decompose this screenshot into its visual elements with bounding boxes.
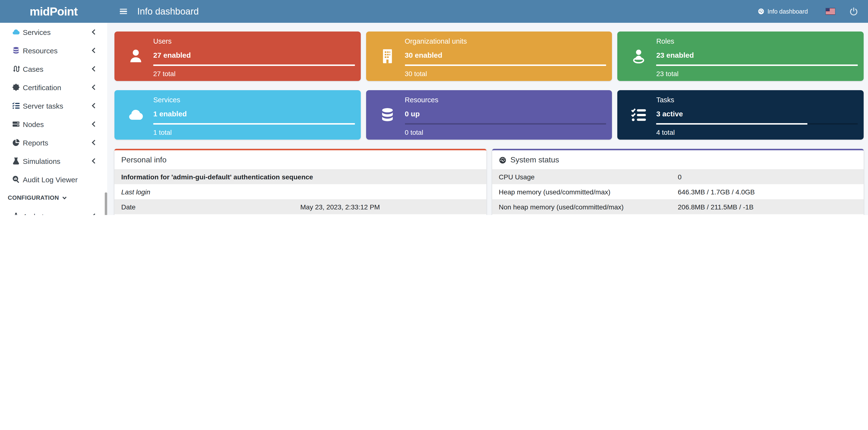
sidebar-scrollbar[interactable] — [105, 192, 107, 215]
statbox-primary-value: 23 enabled — [656, 51, 858, 59]
chevron-left-icon — [92, 121, 97, 127]
chevron-left-icon — [92, 158, 97, 164]
us-flag[interactable] — [826, 8, 835, 14]
sidebar-item-reports[interactable]: Reports — [0, 134, 101, 151]
statbox-progress — [153, 64, 355, 66]
row-label: Non heap memory (used/committed/max) — [492, 203, 678, 211]
statbox-secondary-value: 27 total — [153, 70, 355, 78]
statbox-users[interactable]: Users 27 enabled 27 total — [115, 32, 361, 81]
chevron-down-icon — [62, 195, 66, 199]
system-status-table: CPU Usage 0 Heap memory (used/committed/… — [492, 169, 864, 215]
shuffle-icon — [12, 65, 20, 73]
statbox-resources[interactable]: Resources 0 up 0 total — [366, 90, 612, 140]
breadcrumb[interactable]: Info dashboard — [758, 8, 808, 15]
sidebar-item-cases[interactable]: Cases — [0, 61, 101, 77]
row-label: Date — [115, 203, 301, 211]
app-logo[interactable]: midPoint — [0, 5, 107, 18]
personal-info-row: Last login — [115, 184, 486, 199]
statbox-services[interactable]: Services 1 enabled 1 total — [115, 90, 361, 140]
system-status-row: Non heap memory (used/committed/max) 206… — [492, 199, 864, 214]
row-label: Information for 'admin-gui-default' auth… — [115, 173, 313, 181]
statbox-secondary-value: 0 total — [405, 128, 606, 136]
row-label: Last login — [115, 188, 301, 195]
system-status-row: CPU Usage 0 — [492, 169, 864, 184]
system-status-panel: System status CPU Usage 0 Heap memory (u… — [492, 149, 864, 215]
personal-info-row: Information for 'admin-gui-default' auth… — [115, 169, 486, 184]
statbox-title: Organizational units — [405, 37, 606, 45]
chevron-left-icon — [92, 103, 97, 109]
personal-info-title: Personal info — [121, 156, 166, 164]
system-status-row: Threads (live/peak/total) 48 / 48 / 326 — [492, 214, 864, 215]
sidebar-item-archetypes[interactable]: Archetypes — [0, 208, 101, 215]
row-label: Heap memory (used/committed/max) — [492, 188, 678, 195]
personal-info-table: Information for 'admin-gui-default' auth… — [115, 169, 486, 215]
sidebar-item-certification[interactable]: Certification — [0, 79, 101, 95]
stat-boxes: Users 27 enabled 27 total Organizational… — [115, 32, 864, 140]
row-value: May 23, 2023, 2:33:12 PM — [301, 203, 486, 211]
system-status-row: Heap memory (used/committed/max) 646.3MB… — [492, 184, 864, 199]
hamburger-icon[interactable] — [120, 7, 127, 16]
personal-info-panel: Personal info Information for 'admin-gui… — [115, 149, 486, 215]
chevron-left-icon — [92, 214, 97, 215]
midpoint-app: midPoint Info dashboard Info dashboard S… — [0, 0, 868, 215]
statbox-progress — [656, 64, 858, 66]
pie-chart-icon — [12, 139, 20, 146]
top-navbar: midPoint Info dashboard Info dashboard — [0, 0, 868, 23]
sidebar-item-simulations[interactable]: Simulations — [0, 153, 101, 169]
sidebar-section-configuration[interactable]: CONFIGURATION — [0, 189, 107, 206]
row-value: 206.8MB / 211.5MB / -1B — [678, 203, 864, 211]
task-list-icon — [12, 102, 20, 110]
statbox-title: Tasks — [656, 96, 858, 104]
statbox-secondary-value: 30 total — [405, 70, 606, 78]
power-icon[interactable] — [849, 7, 858, 16]
flask-icon — [12, 157, 20, 165]
row-value: 0 — [678, 173, 864, 181]
statbox-tasks[interactable]: Tasks 3 active 4 total — [618, 90, 864, 140]
role-icon — [631, 49, 647, 64]
personal-info-row: From 0:0:0:0:0:0:0:1 — [115, 214, 486, 215]
seal-icon — [12, 83, 20, 91]
statbox-primary-value: 3 active — [656, 110, 858, 118]
statbox-title: Users — [153, 37, 355, 45]
tachometer-icon — [499, 156, 506, 164]
statbox-primary-value: 27 enabled — [153, 51, 355, 59]
database-icon — [12, 47, 20, 54]
sidebar: Services Resources Cases Certification S… — [0, 23, 107, 215]
personal-info-row: Date May 23, 2023, 2:33:12 PM — [115, 199, 486, 214]
sidebar-item-services[interactable]: Services — [0, 24, 101, 40]
statbox-secondary-value: 23 total — [656, 70, 858, 78]
statbox-title: Resources — [405, 96, 606, 104]
row-label: CPU Usage — [492, 173, 678, 181]
statbox-progress — [153, 123, 355, 125]
page-title: Info dashboard — [137, 6, 199, 17]
row-value: 646.3MB / 1.7GB / 4.0GB — [678, 188, 864, 195]
tachometer-icon — [758, 8, 764, 14]
chevron-left-icon — [92, 29, 97, 35]
statbox-secondary-value: 1 total — [153, 128, 355, 136]
sidebar-item-nodes[interactable]: Nodes — [0, 116, 101, 132]
statbox-progress — [405, 64, 606, 66]
server-icon — [12, 120, 20, 128]
chevron-left-icon — [92, 66, 97, 72]
sidebar-item-server-tasks[interactable]: Server tasks — [0, 97, 101, 114]
sidebar-item-audit-log-viewer[interactable]: Audit Log Viewer — [0, 171, 101, 188]
drafting-compass-icon — [12, 212, 20, 215]
cloud-icon — [12, 28, 20, 36]
chevron-left-icon — [92, 85, 97, 90]
cloud-icon — [128, 107, 144, 123]
statbox-progress — [656, 123, 858, 125]
system-status-title: System status — [510, 156, 559, 164]
sidebar-item-resources[interactable]: Resources — [0, 42, 101, 59]
statbox-title: Services — [153, 96, 355, 104]
statbox-organizational-units[interactable]: Organizational units 30 enabled 30 total — [366, 32, 612, 81]
statbox-progress — [405, 123, 606, 125]
statbox-primary-value: 1 enabled — [153, 110, 355, 118]
statbox-title: Roles — [656, 37, 858, 45]
database-icon — [379, 107, 395, 123]
statbox-primary-value: 30 enabled — [405, 51, 606, 59]
dashboard-content: Users 27 enabled 27 total Organizational… — [107, 23, 868, 215]
breadcrumb-label: Info dashboard — [767, 8, 808, 15]
statbox-roles[interactable]: Roles 23 enabled 23 total — [618, 32, 864, 81]
statbox-primary-value: 0 up — [405, 110, 606, 118]
user-icon — [128, 49, 144, 64]
